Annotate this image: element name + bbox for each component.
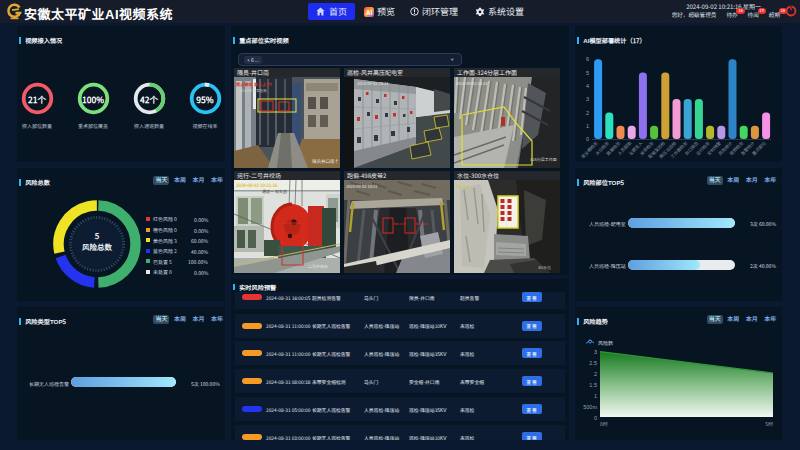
svg-text:500m: 500m xyxy=(583,404,597,410)
svg-text:4: 4 xyxy=(586,83,589,89)
svg-text:ber-0.93: ber-0.93 xyxy=(416,221,428,226)
svg-text:324分层工作面: 324分层工作面 xyxy=(530,156,557,162)
svg-text:1: 1 xyxy=(594,393,597,399)
svg-text:300水仓: 300水仓 xyxy=(456,183,471,189)
svg-text:1.5: 1.5 xyxy=(589,382,597,388)
svg-text:5时: 5时 xyxy=(765,420,773,427)
svg-text:1: 1 xyxy=(586,123,589,129)
svg-text:禁止乘车 多人上下!: 禁止乘车 多人上下! xyxy=(235,81,272,87)
svg-text:限员井口南↑: 限员井口南↑ xyxy=(312,158,339,164)
svg-text:通道一 绞车房: 通道一 绞车房 xyxy=(262,188,287,194)
svg-text:5: 5 xyxy=(586,70,589,76)
svg-text:2024-09-02 10:21: 2024-09-02 10:21 xyxy=(456,80,487,86)
svg-text:0: 0 xyxy=(586,136,589,142)
svg-text:2.5: 2.5 xyxy=(589,360,597,366)
svg-text:ber-0.94: ber-0.94 xyxy=(394,221,406,226)
svg-text:风险数: 风险数 xyxy=(598,339,613,346)
svg-text:2024-09-02 10:21: 2024-09-02 10:21 xyxy=(357,80,388,86)
svg-text:0: 0 xyxy=(594,415,597,421)
svg-text:3: 3 xyxy=(586,96,589,102)
svg-text:0时: 0时 xyxy=(600,420,608,427)
svg-text:-02-09时 限员检测: -02-09时 限员检测 xyxy=(238,88,267,93)
svg-text:3D水位: 3D水位 xyxy=(538,264,551,270)
svg-text:AI: AI xyxy=(366,8,373,15)
svg-text:2: 2 xyxy=(594,371,597,377)
svg-text:2: 2 xyxy=(586,110,589,116)
svg-text:6: 6 xyxy=(586,56,589,62)
svg-text:3: 3 xyxy=(594,349,597,355)
svg-text:2024-09-02 10:21: 2024-09-02 10:21 xyxy=(346,183,377,189)
svg-text:二号井绞车: 二号井绞车 xyxy=(308,263,328,269)
